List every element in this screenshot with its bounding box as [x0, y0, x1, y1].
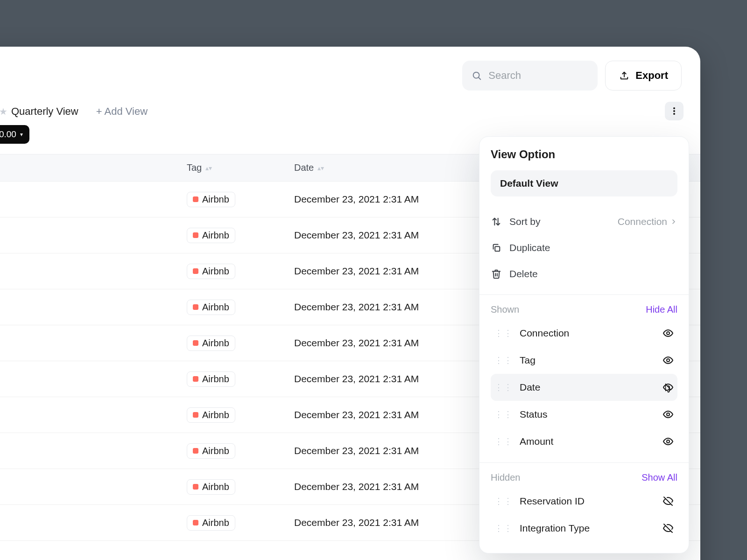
- sort-by-value: Connection: [618, 216, 677, 227]
- drag-handle-icon[interactable]: ⋮⋮: [494, 496, 513, 506]
- hide-all-button[interactable]: Hide All: [646, 304, 677, 315]
- tab-quarterly-label: Quarterly View: [11, 105, 78, 118]
- drag-handle-icon[interactable]: ⋮⋮: [494, 436, 513, 447]
- default-view-chip[interactable]: Default View: [491, 170, 677, 196]
- tag-text: Airbnb: [202, 302, 229, 313]
- tag-badge[interactable]: Airbnb: [187, 479, 235, 495]
- eye-icon[interactable]: [662, 328, 674, 339]
- tag-text: Airbnb: [202, 518, 229, 528]
- tag-badge[interactable]: Airbnb: [187, 407, 235, 423]
- field-label: Reservation ID: [520, 496, 662, 507]
- drag-handle-icon[interactable]: ⋮⋮: [494, 409, 513, 420]
- shown-field-row[interactable]: ⋮⋮ Tag: [491, 347, 677, 374]
- column-tag[interactable]: Tag ▴▾: [187, 162, 212, 173]
- duplicate-row[interactable]: Duplicate: [491, 235, 677, 261]
- sort-by-label: Sort by: [509, 216, 541, 227]
- hidden-field-row[interactable]: ⋮⋮ Integration Type: [491, 515, 677, 542]
- eye-icon[interactable]: [662, 409, 674, 420]
- hidden-field-row[interactable]: ⋮⋮ Reservation ID: [491, 488, 677, 515]
- hidden-label: Hidden: [491, 472, 520, 483]
- drag-handle-icon[interactable]: ⋮⋮: [494, 523, 513, 533]
- divider: [479, 462, 689, 463]
- tag-color-dot: [193, 232, 198, 238]
- tag-badge[interactable]: Airbnb: [187, 192, 235, 207]
- shown-field-row[interactable]: ⋮⋮ Status: [491, 401, 677, 428]
- tag-badge[interactable]: Airbnb: [187, 443, 235, 459]
- svg-point-11: [667, 413, 669, 416]
- duplicate-label: Duplicate: [509, 242, 550, 253]
- app-card: Export ew Yearly View ★ Quarterly View +…: [0, 47, 700, 560]
- tag-color-dot: [193, 412, 198, 418]
- show-all-button[interactable]: Show All: [641, 472, 677, 483]
- tag-text: Airbnb: [202, 230, 229, 241]
- drag-handle-icon[interactable]: ⋮⋮: [494, 328, 513, 338]
- field-label: Connection: [520, 328, 662, 339]
- tag-text: Airbnb: [202, 374, 229, 385]
- tag-text: Airbnb: [202, 266, 229, 277]
- tag-badge[interactable]: Airbnb: [187, 300, 235, 315]
- tag-badge[interactable]: Airbnb: [187, 264, 235, 279]
- export-button[interactable]: Export: [605, 61, 682, 91]
- hidden-fields-list: ⋮⋮ Reservation ID ⋮⋮ Integration Type: [491, 488, 677, 542]
- tag-text: Airbnb: [202, 194, 229, 205]
- sort-icon: ▴▾: [205, 165, 212, 171]
- search-icon: [472, 70, 482, 81]
- tag-badge[interactable]: Airbnb: [187, 336, 235, 351]
- add-view-button[interactable]: + Add View: [96, 105, 148, 118]
- tag-text: Airbnb: [202, 338, 229, 349]
- date-cell: December 23, 2021 2:31 AM: [294, 337, 419, 349]
- eye-icon[interactable]: [662, 355, 674, 366]
- date-cell: December 23, 2021 2:31 AM: [294, 517, 419, 528]
- tag-color-dot: [193, 484, 198, 490]
- shown-section-header: Shown Hide All: [491, 304, 677, 315]
- date-cell: December 23, 2021 2:31 AM: [294, 445, 419, 456]
- delete-label: Delete: [509, 268, 538, 280]
- shown-label: Shown: [491, 304, 519, 315]
- views-row: ew Yearly View ★ Quarterly View + Add Vi…: [0, 91, 700, 125]
- panel-title: View Option: [491, 148, 677, 161]
- filter-amount[interactable]: < £500.00 ▾: [0, 125, 29, 144]
- tag-badge[interactable]: Airbnb: [187, 228, 235, 243]
- svg-point-12: [667, 440, 669, 443]
- shown-field-row[interactable]: ⋮⋮ Connection: [491, 320, 677, 347]
- tag-color-dot: [193, 340, 198, 346]
- column-date[interactable]: Date ▴▾: [294, 162, 324, 173]
- field-label: Amount: [520, 436, 662, 447]
- date-cell: December 23, 2021 2:31 AM: [294, 301, 419, 313]
- date-cell: December 23, 2021 2:31 AM: [294, 230, 419, 241]
- eye-off-icon[interactable]: [662, 523, 674, 534]
- shown-fields-list: ⋮⋮ Connection ⋮⋮ Tag ⋮⋮ Date ⋮⋮ Status ⋮…: [491, 320, 677, 455]
- chevron-right-icon: [670, 218, 677, 225]
- column-tag-label: Tag: [187, 162, 202, 173]
- cursor-icon: [662, 383, 674, 395]
- field-label: Date: [520, 382, 662, 393]
- shown-field-row[interactable]: ⋮⋮ Amount: [491, 428, 677, 455]
- tag-badge[interactable]: Airbnb: [187, 371, 235, 387]
- chevron-down-icon: ▾: [20, 131, 23, 138]
- svg-point-9: [667, 359, 669, 362]
- trash-icon: [491, 268, 502, 280]
- divider: [479, 294, 689, 295]
- eye-off-icon[interactable]: [662, 496, 674, 507]
- date-cell: December 23, 2021 2:31 AM: [294, 409, 419, 420]
- drag-handle-icon[interactable]: ⋮⋮: [494, 382, 513, 392]
- sort-by-row[interactable]: Sort by Connection: [491, 209, 677, 235]
- field-label: Tag: [520, 355, 662, 366]
- delete-row[interactable]: Delete: [491, 261, 677, 287]
- eye-icon[interactable]: [662, 436, 674, 447]
- tag-text: Airbnb: [202, 410, 229, 420]
- sort-icon: ▴▾: [317, 165, 324, 171]
- search-box[interactable]: [462, 61, 598, 91]
- view-option-panel: View Option Default View Sort by Connect…: [479, 136, 689, 553]
- tag-text: Airbnb: [202, 482, 229, 492]
- tag-color-dot: [193, 196, 198, 202]
- tag-badge[interactable]: Airbnb: [187, 515, 235, 531]
- shown-field-row[interactable]: ⋮⋮ Date: [491, 374, 677, 401]
- drag-handle-icon[interactable]: ⋮⋮: [494, 355, 513, 365]
- tag-color-dot: [193, 376, 198, 382]
- kebab-menu-button[interactable]: [665, 102, 684, 120]
- tab-quarterly[interactable]: ★ Quarterly View: [0, 105, 78, 118]
- sort-icon: [491, 216, 502, 227]
- upload-icon: [619, 70, 630, 81]
- search-input[interactable]: [488, 70, 617, 82]
